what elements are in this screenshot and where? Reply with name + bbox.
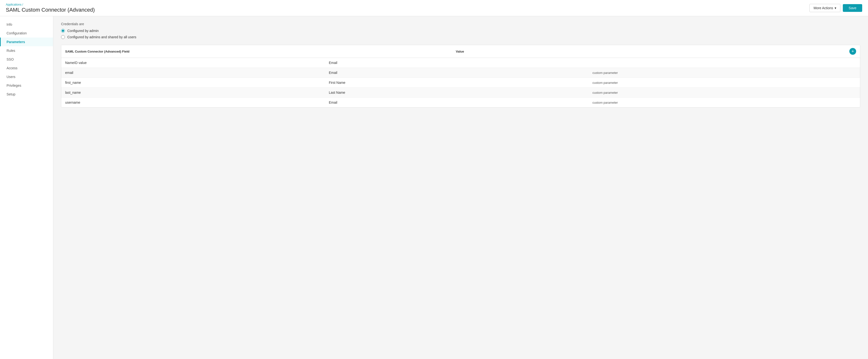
sidebar-item-access[interactable]: Access: [0, 64, 53, 72]
table-row: last_name Last Name custom parameter: [61, 88, 860, 98]
value-first-name: First Name: [329, 81, 593, 85]
plus-icon: +: [851, 49, 854, 54]
more-actions-button[interactable]: More Actions ▾: [809, 4, 840, 12]
field-email: email: [65, 71, 329, 74]
table-row: username Email custom parameter: [61, 98, 860, 107]
radio-input-configured-by-admin[interactable]: [61, 29, 65, 33]
sidebar-item-privileges[interactable]: Privileges: [0, 81, 53, 90]
field-last-name: last_name: [65, 91, 329, 94]
main-content: Credentials are Configured by admin Conf…: [53, 16, 868, 359]
field-first-name: first_name: [65, 81, 329, 85]
sidebar-item-configuration[interactable]: Configuration: [0, 29, 53, 37]
parameters-table: SAML Custom Connector (Advanced) Field V…: [61, 45, 860, 108]
value-last-name: Last Name: [329, 91, 593, 94]
radio-configured-shared[interactable]: Configured by admins and shared by all u…: [61, 35, 860, 39]
value-username: Email: [329, 100, 593, 104]
sidebar-item-sso[interactable]: SSO: [0, 55, 53, 64]
header-left: Applications / SAML Custom Connector (Ad…: [6, 3, 95, 13]
table-row: email Email custom parameter: [61, 68, 860, 78]
sidebar-item-parameters[interactable]: Parameters: [0, 37, 53, 46]
field-nameid: NameID value: [65, 61, 329, 65]
radio-input-configured-shared[interactable]: [61, 35, 65, 39]
column-header-value: Value: [456, 50, 846, 53]
value-email: Email: [329, 71, 593, 74]
type-username: custom parameter: [592, 101, 856, 104]
add-row-button[interactable]: +: [849, 48, 856, 55]
radio-label-configured-by-admin: Configured by admin: [67, 29, 99, 33]
table-row: first_name First Name custom parameter: [61, 78, 860, 88]
sidebar-item-rules[interactable]: Rules: [0, 46, 53, 55]
header-actions: More Actions ▾ Save: [809, 4, 862, 12]
sidebar: Info Configuration Parameters Rules SSO …: [0, 16, 53, 359]
type-last-name: custom parameter: [592, 91, 856, 94]
breadcrumb[interactable]: Applications /: [6, 3, 95, 6]
field-username: username: [65, 100, 329, 104]
sidebar-item-users[interactable]: Users: [0, 72, 53, 81]
table-header-action: +: [846, 48, 856, 55]
column-header-field: SAML Custom Connector (Advanced) Field: [65, 50, 456, 53]
type-first-name: custom parameter: [592, 81, 856, 85]
radio-configured-by-admin[interactable]: Configured by admin: [61, 29, 860, 33]
chevron-down-icon: ▾: [835, 6, 836, 10]
save-button[interactable]: Save: [843, 4, 862, 12]
more-actions-label: More Actions: [813, 6, 833, 10]
credentials-label: Credentials are: [61, 22, 860, 26]
radio-group: Configured by admin Configured by admins…: [61, 29, 860, 39]
page-title: SAML Custom Connector (Advanced): [6, 7, 95, 13]
sidebar-item-setup[interactable]: Setup: [0, 90, 53, 98]
layout: Info Configuration Parameters Rules SSO …: [0, 16, 868, 359]
sidebar-item-info[interactable]: Info: [0, 20, 53, 29]
table-row: NameID value Email: [61, 58, 860, 68]
value-nameid: Email: [329, 61, 593, 65]
type-email: custom parameter: [592, 71, 856, 74]
radio-label-configured-shared: Configured by admins and shared by all u…: [67, 35, 136, 39]
table-header: SAML Custom Connector (Advanced) Field V…: [61, 45, 860, 58]
header: Applications / SAML Custom Connector (Ad…: [0, 0, 868, 16]
credentials-section: Credentials are Configured by admin Conf…: [61, 22, 860, 39]
